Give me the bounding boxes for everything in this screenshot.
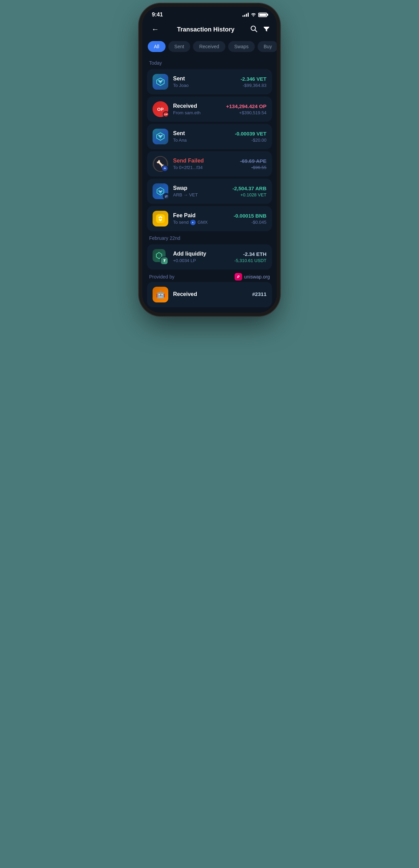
tx-title-failed: Send Failed: [173, 158, 235, 164]
provided-by-label: Provided by: [149, 274, 174, 280]
filter-icon[interactable]: [263, 25, 270, 34]
tx-title: Sent: [173, 76, 236, 82]
tab-swaps[interactable]: Swaps: [228, 41, 255, 52]
tx-secondary-amount: +$390,519.54: [226, 110, 266, 115]
provider-name: uniswap.org: [244, 274, 270, 280]
uniswap-icon: [235, 273, 242, 281]
tx-primary-amount: -69.69 APE: [240, 158, 266, 164]
wifi-icon: [251, 12, 256, 17]
transaction-item[interactable]: Sent To Joao -2.346 VET -$99,364.83: [147, 69, 272, 94]
search-icon[interactable]: [250, 25, 258, 34]
tx-amounts: -0.00015 BNB -$0.045: [234, 213, 266, 225]
back-arrow-icon: ←: [152, 25, 159, 34]
section-today-label: Today: [142, 59, 277, 69]
gmx-inline-icon: ▲: [190, 220, 196, 225]
tx-details: Received From sam.eth: [173, 103, 221, 115]
tab-sent[interactable]: Sent: [168, 41, 191, 52]
notch: [189, 7, 230, 18]
tx-amounts: -2.346 VET -$99,364.83: [240, 76, 266, 88]
tx-details: Add liquidity +0.0034 LP: [173, 251, 230, 263]
phone-frame: 9:41 ← Transaction History: [142, 7, 277, 313]
svg-point-8: [238, 277, 239, 278]
tx-primary-amount: -2.346 VET: [240, 76, 266, 82]
ape-token-icon: 🦴: [153, 156, 168, 172]
tx-primary-amount: -0.00039 VET: [235, 131, 266, 137]
tab-buy[interactable]: Buy: [258, 41, 277, 52]
back-button[interactable]: ←: [149, 23, 161, 36]
status-time: 9:41: [152, 12, 163, 18]
svg-marker-4: [163, 167, 166, 169]
provided-by-link[interactable]: uniswap.org: [235, 273, 270, 281]
liquidity-icon: ₮: [153, 249, 168, 265]
tx-secondary-amount: -$96.55: [240, 165, 266, 170]
section-feb22-label: February 22nd: [142, 234, 277, 244]
tx-amounts: -69.69 APE -$96.55: [240, 158, 266, 170]
transaction-item-fee[interactable]: Fee Paid To send ▲ GMX -0.00015 BNB -$0.…: [147, 206, 272, 231]
transaction-item-liquidity[interactable]: ₮ Add liquidity +0.0034 LP -2.34 ETH -5,…: [147, 244, 272, 270]
tab-all[interactable]: All: [148, 41, 166, 52]
tx-secondary-amount: -$20.00: [235, 138, 266, 143]
tx-primary-amount: -2.34 ETH: [234, 251, 266, 257]
transaction-item-failed[interactable]: 🦴 Send Failed To 0×2f21...f34 -69.69 APE…: [147, 151, 272, 177]
tab-received[interactable]: Received: [193, 41, 225, 52]
bnb-token-icon: [153, 211, 168, 226]
page-title: Transaction History: [177, 26, 234, 33]
tx-details: Received: [173, 291, 247, 298]
tx-subtitle-fee: To send ▲ GMX: [173, 220, 229, 225]
tx-secondary-amount: -5,310.61 USDT: [234, 258, 266, 263]
tx-subtitle: ARB → VET: [173, 192, 228, 197]
tx-subtitle: To 0×2f21...f34: [173, 165, 235, 170]
tx-details: Send Failed To 0×2f21...f34: [173, 158, 235, 170]
tx-amounts: +134,294.424 OP +$390,519.54: [226, 103, 266, 115]
swap-icon: [153, 183, 168, 199]
tx-secondary-amount: -$99,364.83: [240, 83, 266, 88]
tx-badge: #2311: [252, 291, 266, 297]
tx-title: Fee Paid: [173, 212, 229, 219]
tx-secondary-amount: -$0.045: [234, 220, 266, 225]
tx-title: Swap: [173, 185, 228, 191]
tx-subtitle: +0.0034 LP: [173, 258, 230, 263]
tx-title: Received: [173, 103, 221, 109]
status-icons: [243, 12, 267, 17]
tx-primary-amount: -2,504.37 ARB: [233, 185, 267, 191]
transaction-item-received[interactable]: 🤖 Received #2311: [147, 282, 272, 307]
vet-token-icon: [153, 74, 168, 90]
provided-by-row: Provided by uniswap.org: [142, 270, 277, 282]
tx-subtitle: To Joao: [173, 83, 236, 88]
transaction-item[interactable]: OP OP Received From sam.eth +134,294.424…: [147, 96, 272, 122]
received-token-icon: 🤖: [153, 287, 168, 302]
svg-rect-6: [156, 214, 165, 223]
tx-amounts: -2,504.37 ARB +0.1028 VET: [233, 185, 267, 197]
transaction-item[interactable]: Sent To Ana -0.00039 VET -$20.00: [147, 124, 272, 149]
tx-primary-amount: -0.00015 BNB: [234, 213, 266, 219]
tx-title: Received: [173, 291, 247, 297]
tx-amounts: #2311: [252, 291, 266, 298]
page-header: ← Transaction History: [142, 21, 277, 41]
transaction-list-feb22: ₮ Add liquidity +0.0034 LP -2.34 ETH -5,…: [142, 244, 277, 270]
transaction-list-bottom: 🤖 Received #2311: [142, 282, 277, 307]
tx-secondary-amount: +0.1028 VET: [233, 192, 267, 197]
tx-amounts: -0.00039 VET -$20.00: [235, 131, 266, 143]
tx-subtitle: To Ana: [173, 138, 230, 143]
tx-title: Add liquidity: [173, 251, 230, 257]
gmx-label: GMX: [198, 220, 208, 225]
tx-amounts: -2.34 ETH -5,310.61 USDT: [234, 251, 266, 263]
battery-icon: [258, 13, 267, 17]
transaction-list-today: Sent To Joao -2.346 VET -$99,364.83 OP O…: [142, 69, 277, 231]
tx-details: Fee Paid To send ▲ GMX: [173, 212, 229, 225]
svg-line-1: [255, 30, 257, 32]
transaction-item-swap[interactable]: Swap ARB → VET -2,504.37 ARB +0.1028 VET: [147, 179, 272, 204]
signal-icon: [243, 13, 249, 17]
vet-token-icon-2: [153, 129, 168, 144]
tx-details: Swap ARB → VET: [173, 185, 228, 197]
tx-subtitle: From sam.eth: [173, 110, 221, 115]
tx-title: Sent: [173, 130, 230, 137]
tx-details: Sent To Ana: [173, 130, 230, 143]
tx-primary-amount: +134,294.424 OP: [226, 103, 266, 109]
op-token-icon: OP OP: [153, 101, 168, 117]
filter-tabs: All Sent Received Swaps Buy Se...: [142, 41, 277, 59]
header-actions: [250, 25, 270, 34]
tx-details: Sent To Joao: [173, 76, 236, 88]
svg-marker-5: [157, 187, 164, 195]
